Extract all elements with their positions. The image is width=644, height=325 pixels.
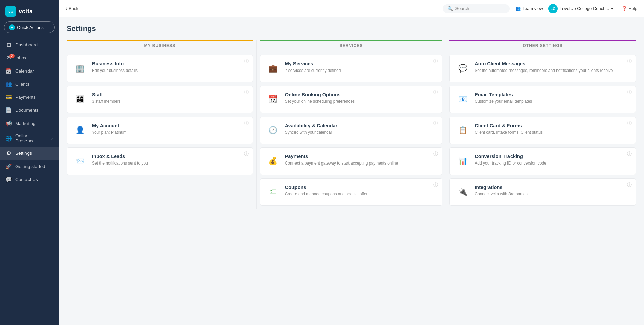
sidebar-item-documents[interactable]: 📄 Documents — [0, 104, 59, 117]
badge-inbox: 2 — [9, 54, 15, 58]
topbar: Back 🔍 👥 Team view LC LevelUp College Co… — [59, 0, 644, 17]
content-area: Settings MY BUSINESS 🏢 Business Info Edi… — [59, 17, 644, 325]
my-services-desc: 7 services are currently defined — [285, 68, 437, 74]
search-icon: 🔍 — [447, 6, 453, 11]
auto-client-messages-info-icon[interactable]: ⓘ — [627, 58, 632, 64]
sidebar-item-getting-started[interactable]: 🚀 Getting started — [0, 160, 59, 173]
sidebar-item-dashboard[interactable]: ⊞ Dashboard — [0, 38, 59, 51]
conversion-tracking-desc: Add your tracking ID or conversion code — [475, 160, 630, 166]
quick-actions-button[interactable]: + Quick Actions — [4, 21, 55, 33]
card-payments[interactable]: 💰 Payments Connect a payment gateway to … — [260, 147, 443, 175]
team-view-label: Team view — [522, 6, 543, 11]
quick-actions-label: Quick Actions — [17, 25, 44, 30]
sidebar-item-payments[interactable]: 💳 Payments — [0, 91, 59, 104]
email-templates-info-icon[interactable]: ⓘ — [627, 89, 632, 95]
sidebar-item-label: Getting started — [15, 164, 45, 169]
sidebar-item-label: Calendar — [15, 68, 34, 74]
card-my-account[interactable]: 👤 My Account Your plan: Platinum ⓘ — [67, 117, 253, 144]
availability-calendar-icon: 🕐 — [266, 123, 280, 138]
card-availability-calendar[interactable]: 🕐 Availability & Calendar Synced with yo… — [260, 117, 443, 144]
conversion-tracking-icon: 📊 — [455, 154, 470, 169]
my-services-info-icon[interactable]: ⓘ — [433, 58, 438, 64]
sidebar-item-marketing[interactable]: 📢 Marketing — [0, 117, 59, 130]
help-label: Help — [628, 6, 637, 11]
sidebar: vc vcita + Quick Actions ⊞ Dashboard ✉ I… — [0, 0, 59, 325]
documents-icon: 📄 — [5, 107, 12, 113]
avatar-initials: LC — [550, 7, 555, 11]
card-online-booking[interactable]: 📆 Online Booking Options Set your online… — [260, 86, 443, 113]
svg-text:vc: vc — [8, 9, 13, 14]
online-booking-icon: 📆 — [266, 92, 280, 107]
email-templates-title: Email Templates — [475, 92, 630, 97]
sidebar-item-label: Documents — [15, 108, 38, 113]
help-icon: ❓ — [622, 6, 627, 11]
card-integrations[interactable]: 🔌 Integrations Connect vcita with 3rd pa… — [449, 178, 636, 206]
my-account-icon: 👤 — [72, 123, 87, 138]
my-services-title: My Services — [285, 61, 437, 66]
card-coupons[interactable]: 🏷 Coupons Create and manage coupons and … — [260, 178, 443, 206]
settings-icon: ⚙ — [5, 150, 12, 156]
conversion-tracking-title: Conversion Tracking — [475, 154, 630, 159]
sidebar-item-label: Settings — [15, 151, 32, 156]
inbox-leads-icon: 📨 — [72, 154, 87, 169]
card-client-card-forms[interactable]: 📋 Client Card & Forms Client card, Intak… — [449, 117, 636, 144]
coupons-desc: Create and manage coupons and special of… — [285, 191, 437, 197]
user-menu[interactable]: LC LevelUp College Coach... ▾ — [548, 4, 613, 13]
coupons-info-icon[interactable]: ⓘ — [433, 182, 438, 188]
external-icon: ↗ — [51, 137, 53, 140]
integrations-icon: 🔌 — [455, 185, 470, 199]
card-email-templates[interactable]: 📧 Email Templates Customize your email t… — [449, 86, 636, 113]
coupons-title: Coupons — [285, 185, 437, 190]
sidebar-item-contact-us[interactable]: 💬 Contact Us — [0, 173, 59, 186]
clients-icon: 👥 — [5, 81, 12, 87]
avatar: LC — [548, 4, 558, 13]
payments-desc: Connect a payment gateway to start accep… — [285, 160, 437, 166]
my-account-info-icon[interactable]: ⓘ — [244, 120, 249, 126]
online-booking-info-icon[interactable]: ⓘ — [433, 89, 438, 95]
my-business-column: MY BUSINESS 🏢 Business Info Edit your bu… — [67, 40, 257, 209]
business-info-info-icon[interactable]: ⓘ — [244, 58, 249, 64]
payments-icon: 💳 — [5, 94, 12, 100]
inbox-leads-info-icon[interactable]: ⓘ — [244, 151, 249, 157]
staff-title: Staff — [92, 92, 247, 97]
business-info-title: Business Info — [92, 61, 247, 66]
business-info-icon: 🏢 — [72, 61, 87, 76]
other-header: OTHER SETTINGS — [449, 40, 636, 51]
other-column: OTHER SETTINGS 💬 Auto Client Messages Se… — [446, 40, 636, 209]
sidebar-item-clients[interactable]: 👥 Clients — [0, 78, 59, 91]
staff-icon: 👨‍👩‍👧 — [72, 92, 87, 107]
back-button[interactable]: Back — [65, 5, 78, 12]
help-button[interactable]: ❓ Help — [622, 6, 637, 11]
search-input[interactable] — [455, 6, 502, 11]
getting-started-icon: 🚀 — [5, 163, 12, 170]
my-services-icon: 💼 — [266, 61, 280, 76]
integrations-info-icon[interactable]: ⓘ — [627, 182, 632, 188]
card-business-info[interactable]: 🏢 Business Info Edit your business detai… — [67, 55, 253, 82]
card-my-services[interactable]: 💼 My Services 7 services are currently d… — [260, 55, 443, 82]
card-staff[interactable]: 👨‍👩‍👧 Staff 3 staff members ⓘ — [67, 86, 253, 113]
card-conversion-tracking[interactable]: 📊 Conversion Tracking Add your tracking … — [449, 147, 636, 175]
business-info-desc: Edit your business details — [92, 68, 247, 74]
sidebar-item-settings[interactable]: ⚙ Settings — [0, 147, 59, 160]
team-view-button[interactable]: 👥 Team view — [515, 6, 543, 11]
integrations-desc: Connect vcita with 3rd parties — [475, 191, 630, 197]
client-card-forms-info-icon[interactable]: ⓘ — [627, 120, 632, 126]
sidebar-item-label: Inbox — [15, 55, 26, 60]
plus-icon: + — [9, 24, 15, 30]
user-label: LevelUp College Coach... — [560, 6, 609, 11]
payments-info-icon[interactable]: ⓘ — [433, 151, 438, 157]
availability-calendar-info-icon[interactable]: ⓘ — [433, 120, 438, 126]
conversion-tracking-info-icon[interactable]: ⓘ — [627, 151, 632, 157]
auto-client-messages-title: Auto Client Messages — [475, 61, 630, 66]
sidebar-item-label: Marketing — [15, 121, 35, 126]
card-auto-client-messages[interactable]: 💬 Auto Client Messages Set the automated… — [449, 55, 636, 82]
online-presence-icon: 🌐 — [5, 135, 12, 142]
services-column: SERVICES 💼 My Services 7 services are cu… — [257, 40, 446, 209]
sidebar-item-online-presence[interactable]: 🌐 Online Presence ↗ — [0, 130, 59, 147]
page-title: Settings — [67, 24, 636, 33]
sidebar-item-inbox[interactable]: ✉ Inbox 2 — [0, 51, 59, 64]
staff-info-icon[interactable]: ⓘ — [244, 89, 249, 95]
sidebar-item-calendar[interactable]: 📅 Calendar — [0, 64, 59, 78]
settings-grid: MY BUSINESS 🏢 Business Info Edit your bu… — [67, 40, 636, 209]
card-inbox-leads[interactable]: 📨 Inbox & Leads Set the notifications se… — [67, 147, 253, 175]
